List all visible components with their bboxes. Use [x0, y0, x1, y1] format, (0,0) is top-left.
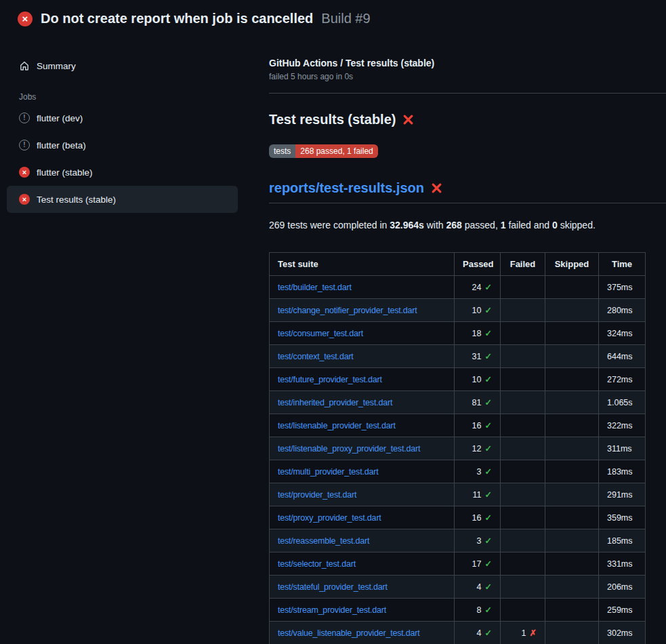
check-icon: ✓	[485, 398, 492, 407]
table-row: test/future_provider_test.dart10✓272ms	[270, 368, 646, 391]
check-icon: ✓	[485, 329, 492, 338]
column-header-failed: Failed	[501, 253, 545, 276]
cell-skipped	[545, 391, 599, 414]
test-suite-link[interactable]: test/consumer_test.dart	[278, 329, 363, 338]
cell-passed: 10✓	[455, 368, 501, 391]
cell-failed	[501, 368, 545, 391]
report-heading: reports/test-results.json	[269, 180, 666, 203]
cell-test-suite: test/future_provider_test.dart	[270, 368, 455, 391]
job-label: flutter (beta)	[37, 140, 86, 150]
cell-skipped	[545, 552, 599, 576]
test-suite-link[interactable]: test/value_listenable_provider_test.dart	[278, 628, 420, 638]
sidebar-job-test-results-stable[interactable]: ×Test results (stable)	[7, 186, 238, 213]
section-title-text: Test results (stable)	[269, 112, 396, 127]
passed-count: 11	[473, 490, 482, 500]
cell-failed	[501, 483, 545, 506]
table-row: test/context_test.dart31✓644ms	[270, 345, 646, 368]
test-suite-link[interactable]: test/builder_test.dart	[278, 283, 352, 292]
results-table-head: Test suite Passed Failed Skipped Time	[270, 253, 646, 276]
cell-failed	[501, 322, 545, 345]
x-circle-icon: ×	[19, 167, 30, 178]
test-suite-link[interactable]: test/inherited_provider_test.dart	[278, 398, 392, 407]
check-icon: ✓	[485, 467, 492, 477]
test-suite-link[interactable]: test/reassemble_test.dart	[278, 536, 369, 546]
cell-skipped	[545, 483, 599, 506]
summary-part: passed,	[462, 220, 501, 230]
cell-skipped	[545, 529, 599, 552]
sidebar-job-flutter-stable[interactable]: ×flutter (stable)	[7, 159, 238, 186]
cell-time: 322ms	[599, 414, 646, 437]
results-tbody: test/builder_test.dart24✓375mstest/chang…	[270, 276, 646, 644]
badge-value: 268 passed, 1 failed	[295, 144, 377, 158]
column-header-skipped: Skipped	[545, 253, 599, 276]
cell-skipped	[545, 345, 599, 368]
sidebar-item-summary[interactable]: Summary	[7, 54, 238, 77]
cell-time: 259ms	[599, 599, 646, 622]
cell-passed: 16✓	[455, 414, 501, 437]
test-suite-link[interactable]: test/context_test.dart	[278, 352, 354, 361]
cell-failed	[501, 276, 545, 299]
cell-time: 185ms	[599, 529, 646, 552]
page-header: × Do not create report when job is cance…	[0, 0, 666, 37]
cell-passed: 11✓	[455, 483, 501, 506]
test-suite-link[interactable]: test/listenable_provider_test.dart	[278, 421, 396, 430]
check-icon: ✓	[485, 306, 492, 315]
test-suite-link[interactable]: test/future_provider_test.dart	[278, 375, 382, 384]
test-suite-link[interactable]: test/stateful_provider_test.dart	[278, 582, 388, 592]
cell-test-suite: test/consumer_test.dart	[270, 322, 455, 345]
test-suite-link[interactable]: test/stream_provider_test.dart	[278, 605, 386, 615]
failed-count: 1	[522, 628, 526, 638]
cell-test-suite: test/builder_test.dart	[270, 276, 455, 299]
cell-skipped	[545, 368, 599, 391]
cell-time: 183ms	[599, 460, 646, 483]
cell-failed	[501, 552, 545, 576]
cell-test-suite: test/selector_test.dart	[270, 552, 455, 576]
cell-time: 291ms	[599, 483, 646, 506]
cell-passed: 17✓	[455, 552, 501, 576]
test-suite-link[interactable]: test/multi_provider_test.dart	[278, 467, 378, 477]
test-suite-link[interactable]: test/proxy_provider_test.dart	[278, 513, 381, 523]
passed-count: 10	[472, 375, 482, 384]
x-icon: ✗	[530, 628, 537, 638]
cell-failed	[501, 599, 545, 622]
check-icon: ✓	[485, 421, 492, 430]
cell-test-suite: test/change_notifier_provider_test.dart	[270, 299, 455, 322]
table-row: test/consumer_test.dart18✓324ms	[270, 322, 646, 345]
check-icon: ✓	[485, 375, 492, 384]
check-icon: ✓	[485, 352, 492, 361]
test-suite-link[interactable]: test/listenable_proxy_provider_test.dart	[278, 444, 420, 454]
cell-time: 206ms	[599, 576, 646, 599]
check-run-page: × Do not create report when job is cance…	[0, 0, 666, 644]
cell-test-suite: test/inherited_provider_test.dart	[270, 391, 455, 414]
cell-passed: 18✓	[455, 322, 501, 345]
cross-mark-icon	[402, 114, 414, 125]
test-suite-link[interactable]: test/selector_test.dart	[278, 559, 356, 569]
test-suite-link[interactable]: test/provider_test.dart	[278, 490, 356, 500]
cross-mark-icon	[431, 182, 442, 194]
cell-failed	[501, 345, 545, 368]
summary-part: failed and	[506, 220, 553, 230]
check-icon: ✓	[485, 444, 492, 454]
summary-part: 269 tests were completed in	[269, 220, 390, 230]
cell-passed: 24✓	[455, 276, 501, 299]
header-row: Test suite Passed Failed Skipped Time	[270, 253, 646, 276]
cell-skipped	[545, 599, 599, 622]
sidebar-job-flutter-beta[interactable]: !flutter (beta)	[7, 132, 238, 159]
results-table: Test suite Passed Failed Skipped Time te…	[269, 252, 646, 644]
table-row: test/inherited_provider_test.dart81✓1.06…	[270, 391, 646, 414]
sidebar-job-flutter-dev[interactable]: !flutter (dev)	[7, 104, 238, 132]
cell-skipped	[545, 437, 599, 460]
summary-part: skipped.	[558, 220, 596, 230]
cell-passed: 3✓	[455, 460, 501, 483]
cell-time: 359ms	[599, 506, 646, 529]
sidebar: Summary Jobs !flutter (dev)!flutter (bet…	[0, 37, 269, 213]
cell-time: 1.065s	[599, 391, 646, 414]
job-label: Test results (stable)	[37, 195, 116, 205]
x-circle-icon: ×	[19, 194, 30, 205]
cell-time: 272ms	[599, 368, 646, 391]
report-link[interactable]: reports/test-results.json	[269, 180, 424, 196]
passed-count: 3	[477, 536, 482, 546]
cell-time: 331ms	[599, 552, 646, 576]
test-suite-link[interactable]: test/change_notifier_provider_test.dart	[278, 306, 417, 315]
cell-test-suite: test/listenable_proxy_provider_test.dart	[270, 437, 455, 460]
